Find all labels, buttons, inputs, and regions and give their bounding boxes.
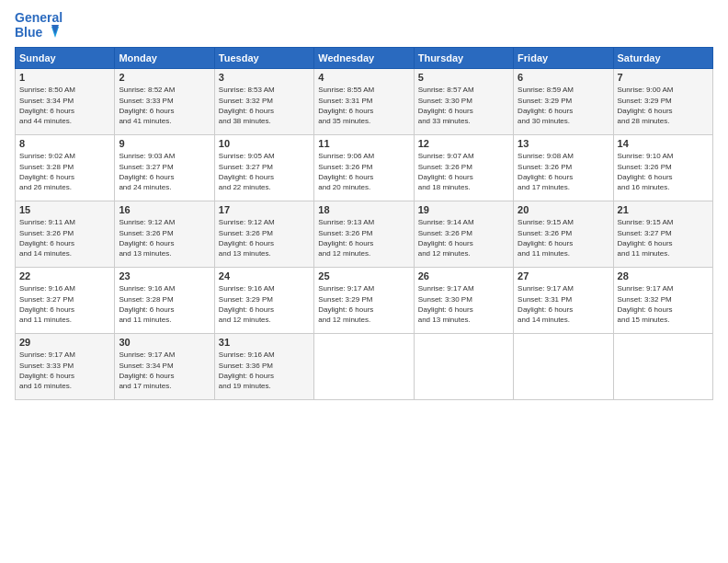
page: General Blue SundayMondayTuesdayWednesda… bbox=[0, 0, 728, 563]
day-cell: 24Sunrise: 9:16 AMSunset: 3:29 PMDayligh… bbox=[214, 268, 313, 334]
day-cell bbox=[314, 334, 414, 400]
day-number: 4 bbox=[318, 72, 409, 83]
day-cell: 1Sunrise: 8:50 AMSunset: 3:34 PMDaylight… bbox=[16, 69, 115, 135]
day-number: 12 bbox=[418, 138, 509, 149]
day-info: Sunrise: 8:55 AMSunset: 3:31 PMDaylight:… bbox=[318, 86, 374, 125]
day-number: 23 bbox=[119, 270, 210, 282]
day-info: Sunrise: 9:16 AMSunset: 3:27 PMDaylight:… bbox=[19, 284, 75, 324]
day-number: 3 bbox=[219, 72, 310, 83]
day-info: Sunrise: 9:17 AMSunset: 3:29 PMDaylight:… bbox=[318, 284, 374, 324]
header: General Blue bbox=[15, 11, 713, 40]
day-info: Sunrise: 8:57 AMSunset: 3:30 PMDaylight:… bbox=[418, 86, 474, 125]
day-cell: 5Sunrise: 8:57 AMSunset: 3:30 PMDaylight… bbox=[414, 69, 513, 135]
day-info: Sunrise: 9:02 AMSunset: 3:28 PMDaylight:… bbox=[19, 152, 75, 191]
logo-text-block: General Blue bbox=[15, 11, 63, 40]
day-cell: 14Sunrise: 9:10 AMSunset: 3:26 PMDayligh… bbox=[613, 135, 712, 201]
calendar-table: SundayMondayTuesdayWednesdayThursdayFrid… bbox=[15, 47, 713, 400]
day-info: Sunrise: 8:59 AMSunset: 3:29 PMDaylight:… bbox=[518, 86, 574, 125]
day-cell: 25Sunrise: 9:17 AMSunset: 3:29 PMDayligh… bbox=[314, 268, 414, 334]
day-info: Sunrise: 9:11 AMSunset: 3:26 PMDaylight:… bbox=[19, 218, 75, 258]
day-number: 11 bbox=[318, 138, 409, 149]
logo: General Blue bbox=[15, 11, 63, 40]
col-header-wednesday: Wednesday bbox=[314, 48, 414, 69]
day-number: 30 bbox=[119, 337, 210, 348]
day-number: 24 bbox=[219, 270, 310, 282]
day-number: 1 bbox=[19, 72, 110, 83]
day-number: 9 bbox=[119, 138, 210, 149]
day-cell: 26Sunrise: 9:17 AMSunset: 3:30 PMDayligh… bbox=[414, 268, 513, 334]
week-row-4: 22Sunrise: 9:16 AMSunset: 3:27 PMDayligh… bbox=[16, 268, 713, 334]
day-number: 6 bbox=[518, 72, 609, 83]
day-info: Sunrise: 8:52 AMSunset: 3:33 PMDaylight:… bbox=[119, 86, 175, 125]
day-cell: 3Sunrise: 8:53 AMSunset: 3:32 PMDaylight… bbox=[214, 69, 313, 135]
day-info: Sunrise: 9:17 AMSunset: 3:33 PMDaylight:… bbox=[19, 350, 75, 390]
day-info: Sunrise: 9:00 AMSunset: 3:29 PMDaylight:… bbox=[618, 86, 674, 125]
day-number: 18 bbox=[318, 204, 409, 215]
day-cell: 2Sunrise: 8:52 AMSunset: 3:33 PMDaylight… bbox=[115, 69, 214, 135]
day-cell bbox=[613, 334, 712, 400]
col-header-sunday: Sunday bbox=[16, 48, 115, 69]
day-number: 20 bbox=[518, 204, 609, 215]
col-header-friday: Friday bbox=[514, 48, 613, 69]
day-info: Sunrise: 9:15 AMSunset: 3:26 PMDaylight:… bbox=[518, 218, 574, 258]
day-cell: 29Sunrise: 9:17 AMSunset: 3:33 PMDayligh… bbox=[16, 334, 115, 400]
day-cell: 15Sunrise: 9:11 AMSunset: 3:26 PMDayligh… bbox=[16, 201, 115, 268]
day-cell: 13Sunrise: 9:08 AMSunset: 3:26 PMDayligh… bbox=[514, 135, 613, 201]
day-info: Sunrise: 9:13 AMSunset: 3:26 PMDaylight:… bbox=[318, 218, 374, 258]
day-cell: 27Sunrise: 9:17 AMSunset: 3:31 PMDayligh… bbox=[514, 268, 613, 334]
day-cell: 8Sunrise: 9:02 AMSunset: 3:28 PMDaylight… bbox=[16, 135, 115, 201]
day-number: 31 bbox=[219, 337, 310, 348]
day-cell: 22Sunrise: 9:16 AMSunset: 3:27 PMDayligh… bbox=[16, 268, 115, 334]
day-info: Sunrise: 9:16 AMSunset: 3:29 PMDaylight:… bbox=[219, 284, 275, 324]
day-info: Sunrise: 9:17 AMSunset: 3:31 PMDaylight:… bbox=[518, 284, 574, 324]
day-cell: 16Sunrise: 9:12 AMSunset: 3:26 PMDayligh… bbox=[115, 201, 214, 268]
day-cell: 9Sunrise: 9:03 AMSunset: 3:27 PMDaylight… bbox=[115, 135, 214, 201]
day-info: Sunrise: 9:05 AMSunset: 3:27 PMDaylight:… bbox=[219, 152, 275, 191]
day-cell: 11Sunrise: 9:06 AMSunset: 3:26 PMDayligh… bbox=[314, 135, 414, 201]
day-number: 17 bbox=[219, 204, 310, 215]
week-row-3: 15Sunrise: 9:11 AMSunset: 3:26 PMDayligh… bbox=[16, 201, 713, 268]
col-header-thursday: Thursday bbox=[414, 48, 513, 69]
week-row-5: 29Sunrise: 9:17 AMSunset: 3:33 PMDayligh… bbox=[16, 334, 713, 400]
day-cell: 20Sunrise: 9:15 AMSunset: 3:26 PMDayligh… bbox=[514, 201, 613, 268]
day-cell: 7Sunrise: 9:00 AMSunset: 3:29 PMDaylight… bbox=[613, 69, 712, 135]
col-header-tuesday: Tuesday bbox=[214, 48, 313, 69]
col-header-monday: Monday bbox=[115, 48, 214, 69]
day-cell: 19Sunrise: 9:14 AMSunset: 3:26 PMDayligh… bbox=[414, 201, 513, 268]
logo-general: General bbox=[15, 11, 63, 25]
day-cell: 30Sunrise: 9:17 AMSunset: 3:34 PMDayligh… bbox=[115, 334, 214, 400]
day-number: 22 bbox=[19, 270, 110, 282]
day-cell: 21Sunrise: 9:15 AMSunset: 3:27 PMDayligh… bbox=[613, 201, 712, 268]
day-number: 14 bbox=[618, 138, 709, 149]
day-cell bbox=[514, 334, 613, 400]
day-info: Sunrise: 9:10 AMSunset: 3:26 PMDaylight:… bbox=[618, 152, 674, 191]
day-number: 7 bbox=[618, 72, 709, 83]
logo-blue: Blue bbox=[15, 25, 63, 40]
day-info: Sunrise: 9:12 AMSunset: 3:26 PMDaylight:… bbox=[219, 218, 275, 258]
week-row-2: 8Sunrise: 9:02 AMSunset: 3:28 PMDaylight… bbox=[16, 135, 713, 201]
day-info: Sunrise: 9:07 AMSunset: 3:26 PMDaylight:… bbox=[418, 152, 474, 191]
day-cell: 28Sunrise: 9:17 AMSunset: 3:32 PMDayligh… bbox=[613, 268, 712, 334]
day-info: Sunrise: 9:17 AMSunset: 3:34 PMDaylight:… bbox=[119, 350, 175, 390]
day-number: 27 bbox=[518, 270, 609, 282]
day-number: 13 bbox=[518, 138, 609, 149]
day-cell: 6Sunrise: 8:59 AMSunset: 3:29 PMDaylight… bbox=[514, 69, 613, 135]
day-number: 26 bbox=[418, 270, 509, 282]
day-info: Sunrise: 9:17 AMSunset: 3:30 PMDaylight:… bbox=[418, 284, 474, 324]
day-cell: 4Sunrise: 8:55 AMSunset: 3:31 PMDaylight… bbox=[314, 69, 414, 135]
day-cell: 18Sunrise: 9:13 AMSunset: 3:26 PMDayligh… bbox=[314, 201, 414, 268]
col-header-saturday: Saturday bbox=[613, 48, 712, 69]
day-number: 15 bbox=[19, 204, 110, 215]
header-row: SundayMondayTuesdayWednesdayThursdayFrid… bbox=[16, 48, 713, 69]
day-number: 2 bbox=[119, 72, 210, 83]
day-info: Sunrise: 9:06 AMSunset: 3:26 PMDaylight:… bbox=[318, 152, 374, 191]
day-number: 29 bbox=[19, 337, 110, 348]
day-cell: 17Sunrise: 9:12 AMSunset: 3:26 PMDayligh… bbox=[214, 201, 313, 268]
day-info: Sunrise: 9:16 AMSunset: 3:28 PMDaylight:… bbox=[119, 284, 175, 324]
day-cell: 12Sunrise: 9:07 AMSunset: 3:26 PMDayligh… bbox=[414, 135, 513, 201]
day-cell bbox=[414, 334, 513, 400]
day-info: Sunrise: 9:17 AMSunset: 3:32 PMDaylight:… bbox=[618, 284, 674, 324]
day-info: Sunrise: 8:50 AMSunset: 3:34 PMDaylight:… bbox=[19, 86, 75, 125]
day-number: 16 bbox=[119, 204, 210, 215]
day-number: 28 bbox=[618, 270, 709, 282]
